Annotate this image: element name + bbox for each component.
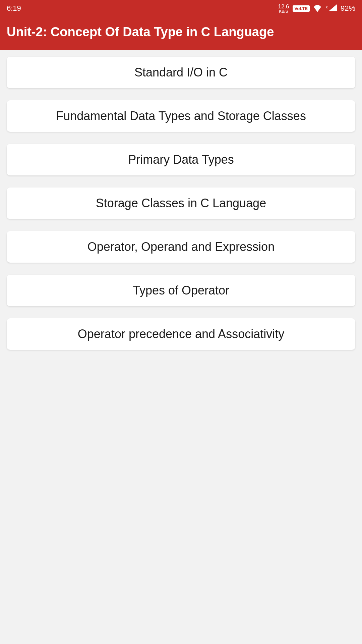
list-item-fundamental-data-types[interactable]: Fundamental Data Types and Storage Class…: [7, 100, 355, 132]
status-right: 12.6 KB/S VoLTE x 92%: [278, 4, 355, 13]
list-item-types-of-operator[interactable]: Types of Operator: [7, 275, 355, 306]
list-item-standard-io[interactable]: Standard I/O in C: [7, 57, 355, 88]
network-speed-value: 12.6: [278, 4, 289, 9]
wifi-icon: [313, 5, 322, 12]
signal-container: x: [325, 4, 337, 13]
page-title: Unit-2: Concept Of Data Type in C Langua…: [7, 25, 355, 39]
list-item-primary-data-types[interactable]: Primary Data Types: [7, 144, 355, 175]
list-item-storage-classes[interactable]: Storage Classes in C Language: [7, 187, 355, 219]
signal-icon: [329, 4, 337, 11]
network-speed: 12.6 KB/S: [278, 4, 289, 13]
status-time: 6:19: [7, 4, 21, 13]
content-list: Standard I/O in C Fundamental Data Types…: [0, 50, 362, 369]
app-bar: Unit-2: Concept Of Data Type in C Langua…: [0, 17, 362, 50]
signal-x-icon: x: [326, 5, 328, 9]
list-item-operator-operand[interactable]: Operator, Operand and Expression: [7, 231, 355, 263]
status-bar: 6:19 12.6 KB/S VoLTE x 92%: [0, 0, 362, 17]
list-item-operator-precedence[interactable]: Operator precedence and Associativity: [7, 318, 355, 350]
volte-icon: VoLTE: [293, 5, 310, 12]
battery-percentage: 92%: [341, 4, 355, 13]
network-speed-unit: KB/S: [279, 9, 288, 13]
